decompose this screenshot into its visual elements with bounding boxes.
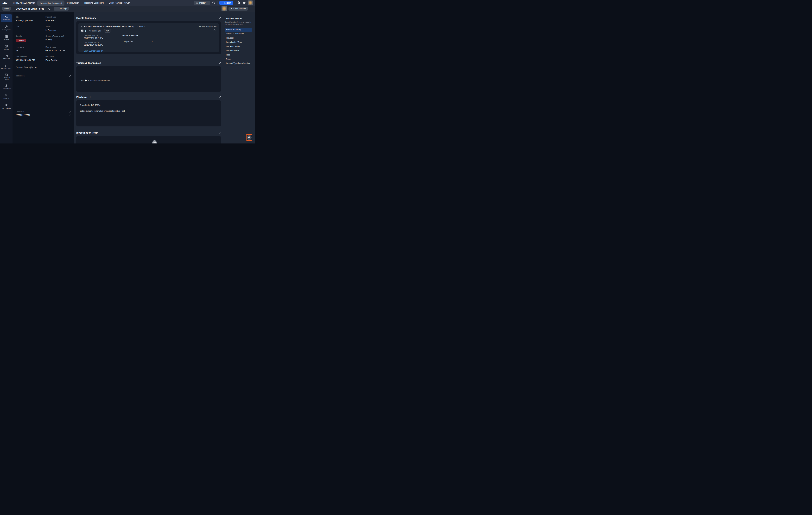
event-item: 1 - No event type N/A Occurred on (UTC) bbox=[81, 29, 216, 52]
playbook-link[interactable]: CrowdStrike_DT_10674 bbox=[80, 104, 218, 106]
playbook-link[interactable]: update dynamic form value by incident nu… bbox=[80, 110, 218, 112]
sidebar-item-timeline[interactable]: Timeline bbox=[1, 34, 12, 42]
escalation-timestamp: 09/20/2024 03:25 PM bbox=[199, 26, 216, 27]
close-icon: ✕ bbox=[231, 8, 232, 10]
field-date-modified: Date Modified 09/25/2024 10:00 AM bbox=[16, 56, 46, 61]
chat-bubble-icon bbox=[248, 137, 251, 139]
edit-tags-button[interactable]: Edit Tags bbox=[54, 7, 69, 10]
expand-events-summary-icon[interactable] bbox=[219, 17, 221, 19]
add-custom-field-icon[interactable]: + bbox=[35, 66, 36, 68]
module-link-events-summary[interactable]: Events Summary bbox=[225, 28, 252, 32]
overview-module-description: Select from the following modules you wi… bbox=[225, 21, 252, 26]
event-type-placeholder: No event type bbox=[89, 30, 102, 32]
sidebar-item-link-analysis[interactable]: Link Analysis bbox=[1, 83, 12, 91]
nav-reporting-dashboard[interactable]: Reporting Dashboard bbox=[82, 0, 106, 6]
escalation-method-title: ESCALATION METHOD: DYANG (MANUAL ESCALAT… bbox=[84, 26, 134, 27]
d3-logo: ƎD3 bbox=[0, 0, 10, 6]
custom-fields-row: Custom Fields (0) + bbox=[16, 66, 71, 68]
module-link-notes[interactable]: Notes bbox=[225, 57, 252, 61]
module-link-investigation-team[interactable]: Investigation Team bbox=[225, 40, 252, 44]
field-severity: Severity Critical bbox=[16, 35, 46, 42]
event-na-chip[interactable]: N/A bbox=[104, 29, 111, 33]
view-event-details-link[interactable]: View Event Details bbox=[84, 50, 103, 52]
back-button[interactable]: Back bbox=[2, 7, 11, 10]
chevron-down-icon[interactable] bbox=[81, 26, 83, 27]
expand-description-icon[interactable] bbox=[69, 75, 71, 77]
document-icon[interactable] bbox=[237, 1, 240, 5]
sidebar-item-investigation[interactable]: Investigation bbox=[1, 24, 12, 32]
field-incident-type: Incident Type Brute Force bbox=[46, 16, 71, 22]
sidebar-item-playbooks[interactable]: Playbooks bbox=[1, 53, 12, 61]
overview-module-title: Overview Module bbox=[225, 17, 252, 20]
escalation-group: ESCALATION METHOD: DYANG (MANUAL ESCALAT… bbox=[79, 23, 219, 52]
add-playbook-icon[interactable]: + bbox=[89, 96, 91, 98]
expand-playbook-icon[interactable] bbox=[219, 96, 221, 98]
terminal-icon bbox=[5, 73, 8, 76]
module-link-playbook[interactable]: Playbook bbox=[225, 36, 252, 40]
timeline-icon bbox=[5, 35, 8, 38]
new-incident-button[interactable]: + Incident bbox=[220, 1, 233, 5]
incident-title: 20240920-4: Brute Force bbox=[16, 7, 44, 10]
nav-mitre-attck-monitor[interactable]: MITRE ATT&CK Monitor bbox=[10, 0, 37, 6]
user-avatar-header[interactable] bbox=[222, 6, 227, 11]
module-link-files[interactable]: Files bbox=[225, 53, 252, 57]
incident-info-panel: Site Security Operations Incident Type B… bbox=[12, 12, 75, 144]
edit-conclusion-icon[interactable] bbox=[69, 114, 71, 116]
add-tactics-inline-icon[interactable]: ✚ bbox=[85, 79, 87, 82]
add-tactics-icon[interactable]: + bbox=[103, 62, 105, 64]
chat-widget-button[interactable] bbox=[247, 135, 252, 140]
share-icon[interactable] bbox=[47, 7, 50, 10]
close-incident-button[interactable]: ✕ Close Incident bbox=[229, 7, 248, 10]
module-link-tactics-techniques[interactable]: Tactics & Techniques bbox=[225, 32, 252, 36]
tenant-label: Master bbox=[199, 2, 205, 4]
sidebar-item-key-findings[interactable]: Key Findings bbox=[1, 102, 12, 111]
expand-tactics-icon[interactable] bbox=[219, 62, 221, 64]
sidebar-item-command-centre[interactable]: Command Centre bbox=[1, 72, 12, 81]
module-link-linked-incidents[interactable]: Linked Incidents bbox=[225, 44, 252, 49]
incident-dashboard: ƎD3 MITRE ATT&CK Monitor Investigation D… bbox=[0, 0, 255, 144]
field-disposition: Disposition False Positive bbox=[46, 56, 71, 61]
tactics-card: Click ✚ to add tactics & techniques bbox=[76, 66, 221, 92]
info-icon[interactable] bbox=[212, 1, 215, 5]
edit-description-icon[interactable] bbox=[69, 79, 71, 80]
checklist-icon bbox=[5, 65, 8, 67]
investigation-team-title: Investigation Team bbox=[76, 131, 98, 134]
sidebar-item-events[interactable]: Events bbox=[1, 43, 12, 52]
tenant-selector[interactable]: Master bbox=[194, 1, 210, 5]
nav-investigation-dashboard[interactable]: Investigation Dashboard bbox=[37, 0, 64, 6]
conclusion-value: 2222222222222 bbox=[16, 114, 30, 116]
event-summary-row: Unique Key 1 bbox=[122, 40, 214, 42]
sidebar-item-artifacts[interactable]: Artifacts bbox=[1, 92, 12, 101]
assign-to-me-link[interactable]: (Assign to me) bbox=[52, 35, 64, 37]
plus-icon: + bbox=[221, 2, 223, 4]
last-update-value: 08/12/2024 09:21 PM bbox=[84, 44, 122, 46]
overview-sections: Events Summary ESCALATI bbox=[75, 12, 222, 144]
top-nav: ƎD3 MITRE ATT&CK Monitor Investigation D… bbox=[0, 0, 255, 6]
occurred-on-value: 08/12/2024 09:21 PM bbox=[84, 37, 122, 39]
module-link-linked-artifacts[interactable]: Linked Artifacts bbox=[225, 49, 252, 53]
nav-configuration[interactable]: Configuration bbox=[64, 0, 82, 6]
user-avatar[interactable] bbox=[248, 0, 253, 5]
event-summary-header: EVENT SUMMARY bbox=[122, 35, 214, 36]
sidebar-item-overview[interactable]: Overview bbox=[1, 14, 12, 22]
chat-icon[interactable] bbox=[242, 1, 246, 5]
star-icon bbox=[5, 103, 8, 107]
overview-module-panel: Overview Module Select from the followin… bbox=[222, 12, 255, 144]
expand-conclusion-icon[interactable] bbox=[69, 111, 71, 113]
module-link-incident-type-form[interactable]: Incident Type Form Section bbox=[225, 61, 252, 65]
chevron-up-icon[interactable] bbox=[213, 29, 215, 31]
last-update-label: Last update (UTC) bbox=[84, 41, 122, 43]
field-date-created: Date Created 09/20/2024 03:25 PM bbox=[46, 46, 71, 52]
investigation-team-card bbox=[76, 136, 221, 144]
expand-investigation-team-icon[interactable] bbox=[219, 132, 221, 134]
chat-widget-highlight bbox=[246, 134, 252, 141]
nav-event-playbook-viewer[interactable]: Event Playbook Viewer bbox=[106, 0, 132, 6]
sidebar-item-pending-tasks[interactable]: Pending Tasks bbox=[1, 63, 12, 71]
globe-icon bbox=[196, 2, 198, 4]
description-block: Description 1111111111111 bbox=[16, 75, 71, 81]
calendar-alert-icon bbox=[5, 45, 8, 48]
events-summary-title: Events Summary bbox=[76, 17, 96, 19]
kebab-menu-icon[interactable] bbox=[250, 7, 252, 11]
event-type-cube-icon bbox=[81, 30, 84, 32]
tactics-empty-state: Click ✚ to add tactics & techniques bbox=[80, 79, 218, 82]
